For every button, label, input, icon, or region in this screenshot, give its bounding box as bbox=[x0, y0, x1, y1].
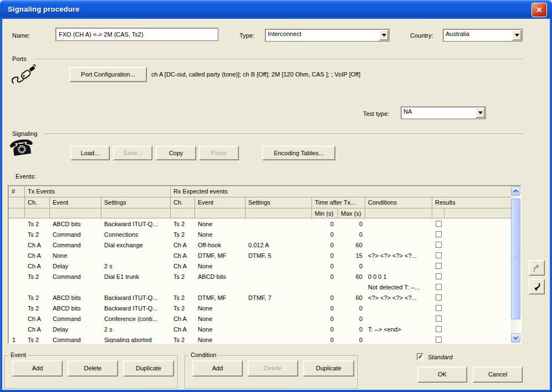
event-delete-button[interactable]: Delete bbox=[68, 360, 118, 376]
scroll-up-button[interactable] bbox=[511, 186, 520, 196]
cell-min-s: 0 bbox=[312, 305, 338, 312]
cell-rx-event: None bbox=[195, 337, 246, 343]
result-checkbox[interactable] bbox=[436, 221, 442, 227]
result-checkbox[interactable] bbox=[436, 326, 442, 332]
vertical-scrollbar[interactable] bbox=[511, 186, 520, 343]
cell-rx-event: None bbox=[195, 315, 246, 322]
result-checkbox[interactable] bbox=[436, 315, 442, 322]
country-combobox[interactable]: Australia bbox=[443, 29, 523, 42]
dropdown-arrow-icon bbox=[382, 34, 386, 37]
table-row[interactable]: Ts 2 Command Connections Ts 2 None 0 0 bbox=[9, 229, 511, 240]
cell-tx-event: Delay bbox=[50, 326, 101, 333]
header-min-s: Min (s) bbox=[312, 208, 338, 218]
save-button[interactable]: Save... bbox=[113, 146, 152, 160]
result-checkbox[interactable] bbox=[436, 263, 442, 269]
test-type-combobox[interactable]: NA bbox=[401, 106, 486, 119]
table-row[interactable]: 1 Ts 2 Command Signaling aborted Ts 2 No… bbox=[9, 334, 511, 343]
result-checkbox[interactable] bbox=[436, 273, 442, 279]
result-checkbox[interactable] bbox=[436, 294, 442, 301]
ports-group-label: Ports bbox=[12, 55, 27, 62]
cell-results bbox=[432, 263, 444, 269]
test-type-dropdown-button[interactable] bbox=[476, 108, 485, 118]
table-row[interactable]: Ch A Delay 2 s Ch A None 0 0 bbox=[9, 261, 511, 271]
cell-row-number: 1 bbox=[9, 337, 25, 343]
cell-max-s: 0 bbox=[338, 263, 365, 269]
cancel-button[interactable]: Cancel bbox=[473, 366, 523, 383]
standard-checkbox[interactable]: ✓ bbox=[417, 353, 424, 360]
table-row[interactable]: Ch A Command Conference (conti... Ch A N… bbox=[9, 313, 511, 324]
cell-tx-settings: Backward ITUT-Q... bbox=[101, 294, 171, 301]
type-combobox[interactable]: Interconnect bbox=[265, 29, 390, 42]
condition-delete-button[interactable]: Delete bbox=[248, 360, 298, 376]
event-duplicate-button[interactable]: Duplicate bbox=[123, 360, 174, 376]
cell-rx-channel: Ts 2 bbox=[171, 231, 195, 238]
result-checkbox[interactable] bbox=[436, 305, 442, 311]
cell-min-s: 0 bbox=[312, 252, 338, 259]
cell-tx-channel: Ch A bbox=[25, 315, 50, 322]
condition-duplicate-button[interactable]: Duplicate bbox=[303, 360, 354, 376]
type-dropdown-button[interactable] bbox=[379, 30, 389, 40]
paste-button[interactable]: Paste bbox=[199, 146, 239, 160]
table-row[interactable]: Ts 2 ABCD bits Backward ITUT-Q... Ts 2 D… bbox=[9, 292, 511, 303]
cell-max-s: 60 bbox=[338, 294, 365, 301]
cell-results bbox=[432, 337, 444, 343]
ok-button[interactable]: OK bbox=[417, 366, 467, 383]
signaling-separator bbox=[44, 134, 523, 134]
table-row[interactable]: Ch A None Ch A DTMF, MF DTMF, 5 0 15 <?>… bbox=[9, 250, 511, 261]
country-dropdown-button[interactable] bbox=[512, 30, 522, 40]
type-value: Interconnect bbox=[268, 30, 377, 37]
cell-tx-event: Command bbox=[50, 273, 101, 280]
cell-rx-event: None bbox=[195, 221, 246, 227]
cell-tx-settings: Connections bbox=[101, 231, 171, 238]
event-group-label: Event bbox=[9, 352, 28, 358]
cell-conditions: 0 0 0 1 bbox=[365, 273, 432, 280]
cell-conditions: T: --> <end> bbox=[365, 326, 432, 333]
curved-arrow-up-icon bbox=[531, 263, 542, 273]
scroll-down-button[interactable] bbox=[511, 333, 520, 343]
move-event-up-button[interactable] bbox=[529, 260, 545, 276]
cell-rx-channel: Ch A bbox=[171, 263, 195, 269]
test-type-value: NA bbox=[403, 108, 474, 115]
table-row[interactable]: Ts 2 Command Dial E1 trunk Ts 2 ABCD bit… bbox=[9, 271, 511, 282]
cell-tx-settings: 2 s bbox=[101, 263, 171, 269]
cell-tx-channel: Ts 2 bbox=[25, 273, 50, 280]
table-row[interactable]: Ts 2 ABCD bits Backward ITUT-Q... Ts 2 N… bbox=[9, 303, 511, 313]
cell-results bbox=[432, 242, 444, 248]
dropdown-arrow-icon bbox=[515, 34, 519, 37]
table-row[interactable]: Ch A Command Dial exchange Ch A Off-hook… bbox=[9, 240, 511, 250]
cell-tx-event: ABCD bits bbox=[50, 305, 101, 312]
cell-tx-settings: 2 s bbox=[101, 326, 171, 333]
result-checkbox[interactable] bbox=[436, 337, 442, 343]
standard-label: Standard bbox=[428, 354, 453, 360]
condition-add-button[interactable]: Add bbox=[192, 360, 243, 376]
result-checkbox[interactable] bbox=[436, 231, 442, 237]
header-tx-event: Event bbox=[50, 197, 101, 208]
result-checkbox[interactable] bbox=[436, 242, 442, 248]
name-input[interactable] bbox=[55, 28, 218, 41]
move-event-down-button[interactable] bbox=[529, 279, 545, 294]
table-row[interactable]: Ch A Delay 2 s Ch A None 0 0 T: --> <end… bbox=[9, 324, 511, 334]
title-bar[interactable]: Signaling procedure × bbox=[0, 0, 552, 19]
cell-max-s: 0 bbox=[338, 326, 365, 333]
events-table-body: Ts 2 ABCD bits Backward ITUT-Q... Ts 2 N… bbox=[9, 218, 511, 343]
copy-button[interactable]: Copy bbox=[156, 146, 196, 160]
result-checkbox[interactable] bbox=[436, 252, 442, 258]
scrollbar-thumb[interactable] bbox=[511, 198, 520, 319]
table-row[interactable]: Ts 2 ABCD bits Backward ITUT-Q... Ts 2 N… bbox=[9, 218, 511, 229]
table-row[interactable]: Not detected T: --... bbox=[9, 282, 511, 292]
header-tx-settings: Settings bbox=[101, 197, 171, 208]
cell-min-s: 0 bbox=[312, 315, 338, 322]
close-button[interactable]: × bbox=[531, 3, 547, 17]
load-button[interactable]: Load... bbox=[70, 146, 110, 160]
encoding-tables-button[interactable]: Encoding Tables... bbox=[262, 146, 335, 160]
cell-results bbox=[432, 294, 444, 301]
cell-max-s: 60 bbox=[338, 242, 365, 248]
event-add-button[interactable]: Add bbox=[12, 360, 63, 376]
cell-tx-channel: Ts 2 bbox=[25, 294, 50, 301]
result-checkbox[interactable] bbox=[436, 284, 442, 290]
name-label: Name: bbox=[12, 32, 30, 39]
cell-min-s: 0 bbox=[312, 337, 338, 343]
cell-tx-event: ABCD bits bbox=[50, 221, 101, 227]
port-configuration-button[interactable]: Port Configuration... bbox=[69, 67, 147, 82]
cell-max-s: 0 bbox=[338, 337, 365, 343]
